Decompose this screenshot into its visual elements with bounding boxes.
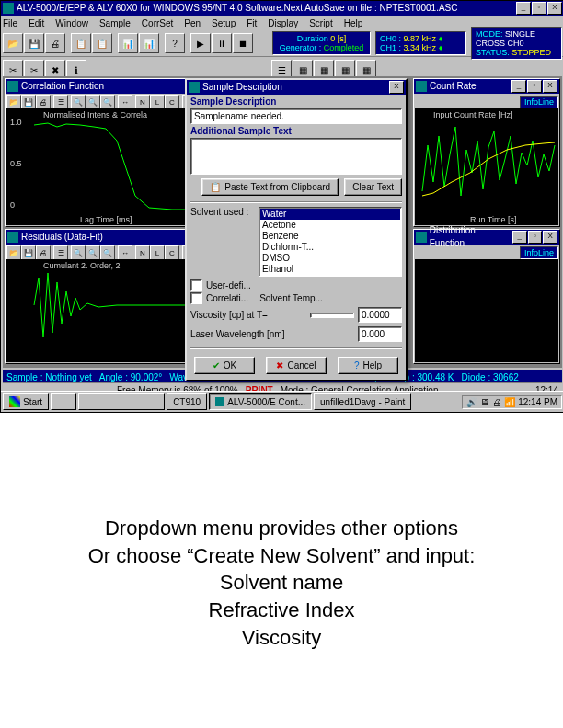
taskbar: Start CT910 ALV-5000/E Cont... unfilled1… (1, 391, 563, 412)
menu-fit[interactable]: Fit (247, 18, 257, 28)
solvent-option: Benzene (260, 231, 400, 242)
task-item-4[interactable]: unfilled1Davg - Paint (314, 393, 411, 410)
child-toolbar-button[interactable]: ↔ (118, 245, 132, 260)
tray-clock[interactable]: 12:14 PM (518, 397, 557, 407)
quicklaunch[interactable] (51, 393, 76, 410)
child-toolbar-button[interactable]: 🔍 (71, 245, 86, 260)
toolbar-button[interactable]: ? (165, 33, 185, 53)
child-toolbar-button[interactable]: C (165, 95, 179, 109)
app-titlebar: ALV-5000/E/EPP & ALV 60X0 for WINDOWS 95… (1, 1, 563, 16)
child-toolbar-button[interactable]: 📂 (6, 245, 21, 260)
child4-title: Distribution Function (430, 224, 511, 250)
laser-input[interactable]: 0.000 (358, 326, 402, 342)
x-icon: ✖ (276, 360, 283, 370)
sample-name-input[interactable]: Samplename needed. (190, 108, 402, 124)
toolbar-button[interactable]: 📊 (118, 33, 138, 53)
paste-button[interactable]: 📋Paste Text from Clipboard (201, 178, 339, 196)
menu-help[interactable]: Help (344, 18, 363, 28)
task-item-1[interactable] (78, 393, 165, 410)
child-toolbar-button[interactable]: 🔍 (86, 245, 100, 260)
channel-status: CH0 : 9.87 kHz ♦ CH1 : 3.34 kHz ♦ (375, 31, 466, 55)
check-icon: ✔ (213, 360, 220, 370)
close-button[interactable]: X (547, 2, 562, 15)
child2-close[interactable]: X (543, 80, 557, 93)
userdef-label: User-defi... (206, 280, 251, 290)
child-toolbar-button[interactable]: 🔍 (100, 95, 115, 109)
mode-status: MODE: SINGLE CROSS CH0 STATUS: STOPPED (471, 27, 562, 60)
toolbar-button[interactable]: 💾 (24, 33, 44, 53)
toolbar-button[interactable]: 🖨 (45, 33, 65, 53)
correlation-checkbox[interactable] (190, 292, 202, 304)
menu-window[interactable]: Window (55, 18, 88, 28)
additional-text-input[interactable] (190, 138, 402, 175)
tray-icon[interactable]: 🖨 (492, 397, 501, 407)
menu-corrset[interactable]: CorrSet (142, 18, 173, 28)
child-toolbar-button[interactable]: 📂 (6, 95, 21, 109)
child4-close[interactable]: X (543, 231, 557, 244)
toolbar-button[interactable]: ▶ (190, 33, 211, 53)
clear-text-button[interactable]: Clear Text (344, 178, 402, 196)
task-item-3[interactable]: ALV-5000/E Cont... (209, 393, 312, 410)
child4-min[interactable]: _ (512, 231, 527, 244)
toolbar-button[interactable]: 📊 (139, 33, 159, 53)
toolbar-button[interactable]: 📋 (92, 33, 112, 53)
child2-min[interactable]: _ (511, 80, 526, 93)
solvent-option: Acetone (260, 220, 400, 231)
menu-pen[interactable]: Pen (184, 18, 201, 28)
dialog-close-button[interactable]: X (389, 81, 404, 94)
child-toolbar-button[interactable]: 💾 (21, 95, 36, 109)
solvent-temp-label: Solvent Temp... (259, 293, 323, 303)
slide-caption: Dropdown menu provides other options Or … (0, 515, 563, 651)
child-toolbar-button[interactable]: L (150, 95, 165, 109)
solvent-listbox[interactable]: Water Acetone Benzene Dichlorm-T... DMSO… (259, 207, 402, 277)
help-button[interactable]: ?Help (338, 357, 398, 374)
cancel-button[interactable]: ✖Cancel (266, 357, 327, 374)
task-item-2[interactable]: CT910 (167, 393, 207, 410)
child2-title: Count Rate (430, 80, 477, 93)
section-addl-text: Additional Sample Text (187, 124, 406, 138)
child1-title: Correlation Function (21, 80, 104, 93)
tray-icon[interactable]: 🔊 (466, 397, 477, 407)
toolbar-button[interactable]: 📂 (3, 33, 23, 53)
tray-icon[interactable]: 📶 (504, 397, 515, 407)
countrate-trace (415, 108, 560, 225)
child-toolbar-button[interactable]: C (165, 245, 179, 260)
menu-script[interactable]: Script (309, 18, 333, 28)
maximize-button[interactable]: ▫ (532, 2, 546, 15)
userdef-checkbox[interactable] (190, 279, 202, 291)
child-toolbar-button[interactable]: N (135, 95, 150, 109)
tray-icon[interactable]: 🖥 (480, 397, 489, 407)
menu-file[interactable]: File (3, 18, 17, 28)
solvent-label: Solvent used : (190, 207, 255, 277)
menu-edit[interactable]: Edit (29, 18, 44, 28)
child-toolbar-button[interactable]: 🔍 (100, 245, 115, 260)
child-toolbar-button[interactable]: 💾 (21, 245, 36, 260)
start-button[interactable]: Start (3, 393, 49, 410)
child-toolbar-button[interactable]: ↔ (118, 95, 132, 109)
visc-temp-input[interactable] (310, 313, 354, 318)
menu-setup[interactable]: Setup (212, 18, 236, 28)
child-toolbar-button[interactable]: 🖨 (36, 95, 51, 109)
menu-sample[interactable]: Sample (99, 18, 131, 28)
child2-max[interactable]: ▫ (527, 80, 542, 93)
help-icon: ? (354, 360, 360, 370)
toolbar-button[interactable]: 📋 (71, 33, 91, 53)
child3-title: Residuals (Data-Fit) (21, 231, 103, 244)
child-toolbar-button[interactable]: ☰ (53, 95, 68, 109)
menu-display[interactable]: Display (268, 18, 298, 28)
toolbar-button[interactable]: ⏹ (233, 33, 253, 53)
child4-max[interactable]: ▫ (528, 231, 543, 244)
infoline: InfoLine (520, 96, 558, 108)
child-toolbar-button[interactable]: 🖨 (36, 245, 51, 260)
child-toolbar-button[interactable]: ☰ (53, 245, 68, 260)
infoline: InfoLine (520, 246, 558, 259)
child-toolbar-button[interactable]: L (150, 245, 165, 260)
ok-button[interactable]: ✔OK (194, 357, 255, 374)
child-toolbar-button[interactable]: N (135, 245, 150, 260)
child-toolbar-button[interactable]: 🔍 (86, 95, 100, 109)
toolbar-button[interactable]: ⏸ (212, 33, 232, 53)
minimize-button[interactable]: _ (516, 2, 531, 15)
visc-value-input[interactable]: 0.0000 (358, 307, 402, 323)
child-toolbar-button[interactable]: 🔍 (71, 95, 86, 109)
laser-label: Laser Wavelength [nm] (190, 329, 354, 339)
